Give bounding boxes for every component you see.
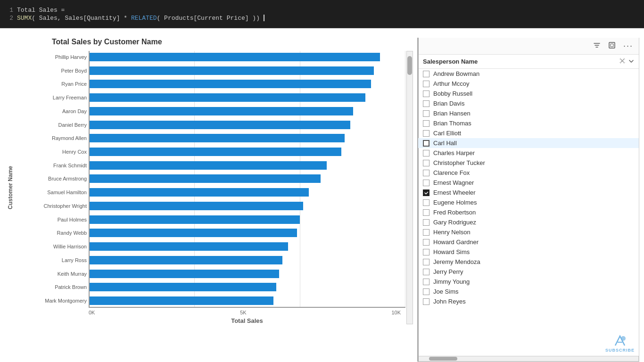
expand-icon-btn[interactable]	[606, 41, 618, 52]
filter-item-label: Carl Elliott	[433, 130, 461, 137]
filter-checkbox[interactable]	[423, 81, 429, 87]
filter-checkbox[interactable]	[423, 110, 429, 117]
filter-header: Salesperson Name	[418, 55, 639, 69]
bar-label: Ryan Price	[21, 81, 87, 87]
bar-fill	[90, 229, 297, 237]
filter-item[interactable]: Jerry Perry	[418, 267, 639, 277]
filter-checkbox[interactable]	[423, 249, 429, 255]
filter-checkbox[interactable]	[423, 180, 429, 186]
filter-checkbox[interactable]	[423, 90, 429, 97]
y-axis-label: Customer Name	[5, 51, 16, 324]
filter-clear-btn[interactable]	[619, 58, 626, 66]
filter-scrollbar-horizontal[interactable]	[418, 356, 639, 362]
bar-fill	[90, 242, 288, 251]
filter-checkbox[interactable]	[423, 189, 429, 196]
filter-item-label: Brian Thomas	[433, 120, 471, 127]
filter-collapse-btn[interactable]	[628, 58, 634, 66]
filter-item[interactable]: Howard Sims	[418, 247, 639, 257]
chart-scrollbar-vertical[interactable]	[406, 51, 413, 324]
filter-item-label: Henry Nelson	[433, 229, 471, 236]
filter-checkbox[interactable]	[423, 259, 429, 265]
filter-checkbox[interactable]	[423, 130, 429, 137]
filter-checkbox[interactable]	[423, 279, 429, 285]
filter-item[interactable]: Bobby Russell	[418, 89, 639, 99]
filter-item-label: Eugene Holmes	[433, 199, 477, 206]
bar-row: Willie Harrison	[90, 240, 401, 253]
filter-checkbox[interactable]	[423, 288, 429, 295]
chart-wrapper: Customer Name Phillip HarveyPeter BoydRy…	[5, 51, 413, 324]
bar-row: Bruce Armstrong	[90, 173, 401, 185]
filter-item[interactable]: Eugene Holmes	[418, 197, 639, 207]
filter-item[interactable]: Carl Hall	[418, 138, 639, 148]
filter-item[interactable]: Jimmy Young	[418, 277, 639, 287]
bar-fill	[90, 270, 279, 278]
filter-item[interactable]: Andrew Bowman	[418, 69, 639, 79]
filter-list[interactable]: Andrew BowmanArthur MccoyBobby RussellBr…	[418, 69, 639, 356]
filter-checkbox[interactable]	[423, 140, 429, 147]
filter-panel: ··· Salesperson Name An	[418, 38, 639, 362]
bar-row: Christopher Wright	[90, 200, 401, 212]
bar-label: Larry Ross	[21, 257, 87, 263]
filter-icon-btn[interactable]	[591, 41, 603, 52]
filter-checkbox[interactable]	[423, 160, 429, 166]
filter-item-label: Bobby Russell	[433, 90, 472, 97]
filter-item[interactable]: Howard Gardner	[418, 237, 639, 247]
filter-item[interactable]: Christopher Tucker	[418, 158, 639, 168]
x-tick-0k: 0K	[89, 310, 95, 315]
filter-checkbox[interactable]	[423, 219, 429, 226]
filter-item[interactable]: Gary Rodriguez	[418, 217, 639, 227]
bar-row: Larry Freeman	[90, 91, 401, 104]
chart-title: Total Sales by Customer Name	[52, 38, 162, 46]
filter-checkbox[interactable]	[423, 150, 429, 156]
filter-item[interactable]: Brian Hansen	[418, 108, 639, 118]
bar-fill	[90, 121, 350, 129]
filter-item[interactable]: Carl Elliott	[418, 128, 639, 138]
filter-checkbox[interactable]	[423, 239, 429, 246]
filter-checkbox[interactable]	[423, 269, 429, 275]
bar-fill	[90, 202, 303, 210]
bar-label: Phillip Harvey	[21, 54, 87, 60]
filter-checkbox[interactable]	[423, 170, 429, 176]
filter-item-label: Ernest Wheeler	[433, 189, 476, 196]
filter-item[interactable]: Fred Robertson	[418, 207, 639, 217]
filter-item[interactable]: Henry Nelson	[418, 227, 639, 237]
x-tick-10k: 10K	[391, 310, 401, 315]
filter-checkbox[interactable]	[423, 199, 429, 206]
bars-container: Phillip HarveyPeter BoydRyan PriceLarry …	[89, 51, 405, 308]
bar-label: Keith Murray	[21, 271, 87, 277]
filter-item[interactable]: Charles Harper	[418, 148, 639, 158]
filter-checkbox[interactable]	[423, 71, 429, 77]
filter-item[interactable]: Ernest Wagner	[418, 178, 639, 188]
filter-item-label: Gary Rodriguez	[433, 219, 476, 226]
filter-item[interactable]: Brian Davis	[418, 99, 639, 108]
filter-item-label: John Reyes	[433, 298, 466, 305]
bar-row: Peter Boyd	[90, 65, 401, 77]
filter-checkbox[interactable]	[423, 120, 429, 127]
filter-item-label: Howard Sims	[433, 248, 470, 255]
bar-fill	[90, 296, 273, 305]
filter-checkbox[interactable]	[423, 209, 429, 216]
bar-fill	[90, 148, 341, 156]
filter-item[interactable]: Ernest Wheeler	[418, 188, 639, 197]
svg-point-1	[621, 336, 626, 341]
more-icon-btn[interactable]: ···	[621, 40, 635, 52]
bar-row: Henry Cox	[90, 146, 401, 158]
bar-row: Patrick Brown	[90, 281, 401, 293]
bar-label: Mark Montgomery	[21, 298, 87, 304]
filter-item[interactable]: Joe Sims	[418, 287, 639, 296]
chart-area: Total Sales by Customer Name Customer Na…	[0, 28, 418, 362]
filter-checkbox[interactable]	[423, 100, 429, 107]
filter-item[interactable]: Jeremy Mendoza	[418, 257, 639, 267]
filter-item[interactable]: John Reyes	[418, 296, 639, 306]
chart-inner: Phillip HarveyPeter BoydRyan PriceLarry …	[89, 51, 405, 324]
bar-label: Willie Harrison	[21, 244, 87, 249]
filter-item[interactable]: Brian Thomas	[418, 118, 639, 128]
filter-item[interactable]: Clarence Fox	[418, 168, 639, 178]
filter-checkbox[interactable]	[423, 298, 429, 305]
bar-label: Randy Webb	[21, 230, 87, 236]
filter-item[interactable]: Arthur Mccoy	[418, 79, 639, 89]
filter-item-label: Joe Sims	[433, 288, 458, 295]
filter-item-label: Charles Harper	[433, 149, 475, 156]
bar-row: Aaron Day	[90, 105, 401, 117]
filter-checkbox[interactable]	[423, 229, 429, 236]
